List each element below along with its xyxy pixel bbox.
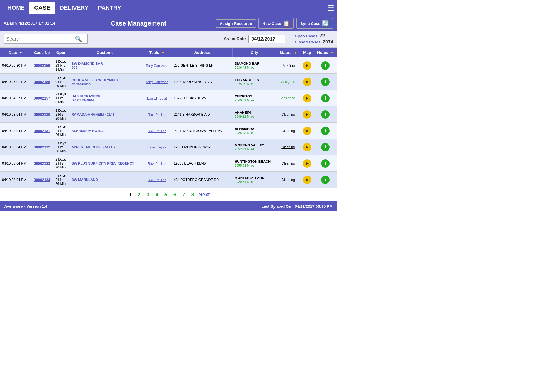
cell-date: 04/10 03:04 PM bbox=[0, 155, 31, 172]
case-link[interactable]: 00002159 bbox=[34, 63, 50, 68]
tech-filter-icon[interactable]: ▼ bbox=[161, 51, 165, 55]
cell-city: LOS ANGELES 9025.29 Miles bbox=[233, 74, 276, 90]
tech-link[interactable]: Tony Carrizosa bbox=[146, 80, 168, 84]
col-customer: Customer bbox=[69, 48, 142, 57]
map-button[interactable]: ➤ bbox=[303, 127, 311, 135]
cell-city: HUNTINGTON BEACH 9055.03 Miles bbox=[233, 155, 276, 172]
nav-home[interactable]: HOME bbox=[3, 2, 29, 14]
status-label: Cleaning bbox=[281, 161, 295, 165]
page-number[interactable]: 8 bbox=[189, 192, 196, 198]
cell-caseno: 00002133 bbox=[31, 155, 53, 172]
search-stats-bar: 🔍 As on Date Open Cases 72 Closed Cases … bbox=[0, 31, 337, 48]
case-link[interactable]: 00002134 bbox=[34, 178, 50, 182]
cell-address: 12631 MEMORIAL WAY bbox=[172, 139, 232, 155]
map-button[interactable]: ➤ bbox=[303, 159, 311, 168]
admin-info: ADMIN 4/12/2017 17:31:14 bbox=[4, 21, 62, 26]
sync-case-button[interactable]: Sync Case 🔄 bbox=[296, 18, 333, 29]
cell-map: ➤ bbox=[300, 123, 314, 139]
page-number[interactable]: 4 bbox=[154, 192, 160, 198]
case-link[interactable]: 00002158 bbox=[34, 80, 50, 84]
hamburger-menu-icon[interactable]: ☰ bbox=[328, 4, 334, 12]
notes-button[interactable]: i bbox=[321, 94, 330, 102]
tech-link[interactable]: Rick Phillips bbox=[148, 113, 166, 117]
notes-filter-icon[interactable]: ▼ bbox=[330, 51, 334, 55]
date-sort-icon[interactable]: ▼ bbox=[19, 51, 22, 54]
search-input[interactable] bbox=[6, 36, 75, 42]
cell-date: 04/10 03:04 PM bbox=[0, 139, 31, 155]
notes-button[interactable]: i bbox=[321, 127, 330, 135]
cell-open: 2 Days0 Hrs29 Min bbox=[53, 74, 69, 90]
map-button[interactable]: ➤ bbox=[303, 176, 311, 184]
cell-tech: Rick Phillips bbox=[142, 123, 172, 139]
new-case-button[interactable]: New Case 📋 bbox=[258, 18, 294, 29]
page-number[interactable]: 2 bbox=[136, 192, 142, 198]
notes-button[interactable]: i bbox=[321, 78, 330, 86]
nav-delivery[interactable]: DELIVERY bbox=[55, 2, 93, 14]
page-number[interactable]: 5 bbox=[163, 192, 169, 198]
city-miles: 9049.11 Miles bbox=[235, 115, 254, 118]
table-row: 04/10 05:01 PM 00002158 2 Days0 Hrs29 Mi… bbox=[0, 74, 337, 90]
top-nav: HOME CASE DELIVERY PANTRY ☰ bbox=[0, 0, 337, 16]
notes-button[interactable]: i bbox=[321, 176, 330, 184]
cell-address: 16722 PARKSIDE AVE bbox=[172, 90, 232, 106]
tech-link[interactable]: Rick Phillips bbox=[148, 129, 166, 133]
col-status: Status ▼ bbox=[276, 48, 300, 57]
map-button[interactable]: ➤ bbox=[303, 61, 311, 70]
case-link[interactable]: 00002131 bbox=[34, 129, 50, 133]
case-link[interactable]: 00002130 bbox=[34, 112, 50, 117]
assign-resource-button[interactable]: Assign Resource bbox=[216, 19, 256, 28]
nav-pantry[interactable]: PANTRY bbox=[93, 2, 126, 14]
status-label: Cleaning bbox=[281, 112, 295, 116]
notes-button[interactable]: i bbox=[321, 61, 330, 70]
cell-address: 2221 W. COMMONWEALTH AVE. bbox=[172, 123, 232, 139]
status-label: Assigned bbox=[281, 80, 295, 84]
page-number[interactable]: 1 bbox=[127, 192, 133, 198]
tech-link[interactable]: Tyler Reyes bbox=[148, 145, 166, 149]
case-link[interactable]: 00002132 bbox=[34, 145, 50, 149]
as-on-date-label: As on Date bbox=[224, 37, 246, 41]
cell-map: ➤ bbox=[300, 74, 314, 90]
page-title: Case Management bbox=[62, 20, 216, 27]
cell-open: 2 Days1 Hrs3 Min bbox=[53, 90, 69, 106]
page-number[interactable]: 7 bbox=[181, 192, 187, 198]
col-notes: Notes ▼ bbox=[314, 48, 337, 57]
notes-button[interactable]: i bbox=[321, 143, 330, 151]
cell-address: 19360 BEACH BLVD bbox=[172, 155, 232, 172]
header-actions: Assign Resource New Case 📋 Sync Case 🔄 bbox=[216, 18, 333, 29]
page-number[interactable]: 6 bbox=[172, 192, 178, 198]
page-number[interactable]: 3 bbox=[145, 192, 151, 198]
col-caseno: Case No bbox=[31, 48, 53, 57]
cell-caseno: 00002158 bbox=[31, 74, 53, 90]
cell-caseno: 00002157 bbox=[31, 90, 53, 106]
map-button[interactable]: ➤ bbox=[303, 78, 311, 86]
notes-button[interactable]: i bbox=[321, 159, 330, 168]
cell-address: 434 POTRERO GRANDE DR bbox=[172, 172, 232, 188]
cell-customer: AYRES - MORENO VALLEY bbox=[69, 139, 142, 155]
table-row: 04/10 03:04 PM 00002130 2 Days2 Hrs26 Mi… bbox=[0, 106, 337, 123]
map-button[interactable]: ➤ bbox=[303, 110, 311, 119]
tech-link[interactable]: Lori Elmquist bbox=[147, 96, 167, 100]
tech-link[interactable]: Rick Phillips bbox=[148, 178, 166, 182]
open-cases-row: Open Cases 72 bbox=[295, 33, 333, 39]
tech-link[interactable]: Rick Phillips bbox=[148, 162, 166, 166]
map-button[interactable]: ➤ bbox=[303, 94, 311, 102]
cell-caseno: 00002131 bbox=[31, 123, 53, 139]
cell-open: 2 Days2 Hrs26 Min bbox=[53, 139, 69, 155]
open-cases-label: Open Cases bbox=[295, 34, 318, 38]
search-button[interactable]: 🔍 bbox=[75, 36, 82, 42]
tech-link[interactable]: Tony Carrizosa bbox=[146, 64, 168, 68]
map-button[interactable]: ➤ bbox=[303, 143, 311, 151]
status-filter-icon[interactable]: ▼ bbox=[294, 51, 297, 55]
nav-case[interactable]: CASE bbox=[29, 2, 55, 14]
cell-map: ➤ bbox=[300, 172, 314, 188]
date-input[interactable] bbox=[248, 35, 285, 43]
case-link[interactable]: 00002157 bbox=[34, 96, 50, 100]
table-row: 04/10 03:04 PM 00002133 2 Days2 Hrs26 Mi… bbox=[0, 155, 337, 172]
cell-notes: i bbox=[314, 106, 337, 123]
cell-open: 2 Days2 Hrs26 Min bbox=[53, 155, 69, 172]
next-page-button[interactable]: Next bbox=[198, 192, 210, 198]
case-link[interactable]: 00002133 bbox=[34, 161, 50, 166]
notes-button[interactable]: i bbox=[321, 110, 330, 119]
col-map: Map bbox=[300, 48, 314, 57]
city-miles: 9025.29 Miles bbox=[235, 82, 254, 86]
